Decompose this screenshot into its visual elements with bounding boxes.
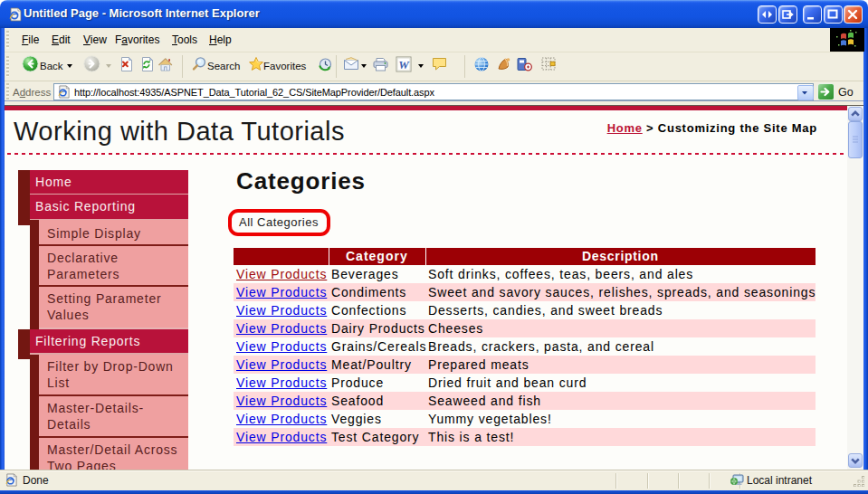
- svg-text:W: W: [398, 58, 410, 71]
